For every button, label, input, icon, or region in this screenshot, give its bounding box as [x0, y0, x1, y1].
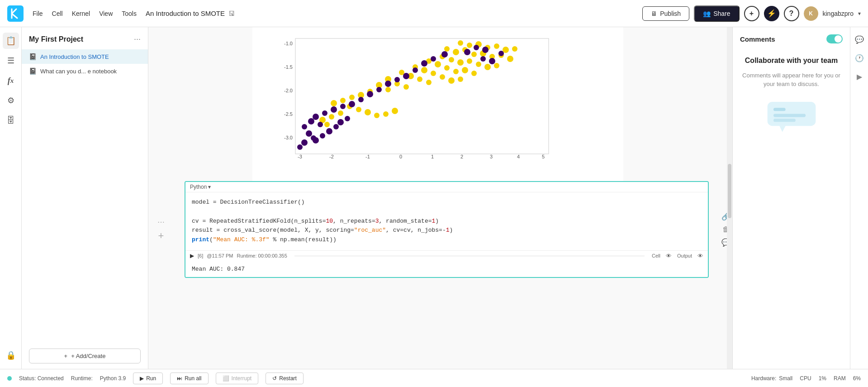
- svg-point-87: [376, 87, 382, 92]
- svg-point-49: [458, 76, 463, 82]
- settings-icon[interactable]: ⚙: [3, 92, 19, 109]
- bottombar: Status: Connected Runtime: Python 3.9 ▶ …: [0, 369, 868, 387]
- sidebar-header: My First Project ···: [22, 27, 148, 48]
- interrupt-button[interactable]: ⬜ Interrupt: [216, 373, 259, 384]
- output-visibility-toggle[interactable]: 👁: [697, 253, 703, 259]
- cpu-value: 1%: [819, 375, 826, 382]
- collaborate-title: Collaborate with your team: [745, 56, 838, 66]
- cell-runtime: Runtime: 00:00:00.355: [237, 253, 287, 258]
- svg-point-75: [474, 45, 479, 50]
- svg-point-104: [326, 128, 332, 134]
- svg-point-23: [444, 46, 450, 52]
- cell-options-button[interactable]: ⋯: [157, 217, 165, 226]
- svg-point-46: [431, 71, 436, 76]
- svg-point-98: [306, 130, 312, 137]
- svg-point-92: [331, 106, 337, 113]
- right-history-icon[interactable]: 🕐: [852, 51, 867, 65]
- save-icon[interactable]: 🖫: [228, 10, 235, 17]
- svg-point-94: [313, 114, 319, 120]
- svg-text:-1.5: -1.5: [284, 64, 293, 70]
- svg-point-93: [322, 110, 327, 116]
- avatar[interactable]: K: [804, 6, 818, 21]
- notebook-file-icon-2: 📓: [29, 67, 37, 75]
- code-line-3: result = cross_val_score(model, X, y, sc…: [192, 226, 702, 235]
- right-chat-icon[interactable]: 💬: [852, 33, 867, 47]
- language-dropdown-arrow[interactable]: ▾: [208, 184, 211, 190]
- publish-button[interactable]: 🖥 Publish: [642, 6, 689, 21]
- comments-toggle[interactable]: [826, 34, 843, 43]
- account-dropdown-arrow[interactable]: ▾: [858, 10, 861, 17]
- svg-point-66: [365, 109, 371, 115]
- menu-view[interactable]: View: [95, 8, 116, 19]
- toggle-knob: [835, 35, 842, 43]
- svg-point-26: [471, 52, 477, 57]
- activity-button[interactable]: ⚡: [764, 6, 779, 21]
- database-icon[interactable]: 🗄: [3, 112, 19, 129]
- svg-point-97: [302, 124, 307, 129]
- svg-point-90: [349, 101, 355, 107]
- svg-text:2: 2: [460, 154, 463, 159]
- comments-panel: Comments Collaborate with your team Comm…: [732, 27, 850, 369]
- notebook-content[interactable]: -1.0 -1.5 -2.0 -2.5 -3.0 -3 -2 -1 0 1 2 …: [148, 27, 727, 369]
- menu-file[interactable]: File: [29, 8, 47, 19]
- svg-point-56: [403, 84, 409, 90]
- svg-point-33: [457, 59, 464, 66]
- formula-icon[interactable]: fx: [3, 72, 19, 89]
- cell-label: Cell: [652, 253, 660, 258]
- cell-link-icon[interactable]: 🔗: [721, 212, 727, 221]
- vertical-scrollbar[interactable]: [727, 27, 732, 369]
- cell-code-content[interactable]: model = DecisionTreeClassifier() cv = Re…: [185, 192, 708, 250]
- kaggle-logo[interactable]: [7, 5, 24, 22]
- cell-comment-icon[interactable]: 💬: [721, 238, 727, 247]
- notebook-icon[interactable]: 📋: [3, 33, 19, 49]
- svg-point-58: [385, 87, 391, 92]
- scrollbar-thumb[interactable]: [728, 164, 731, 218]
- svg-point-47: [440, 74, 445, 80]
- menu-cell[interactable]: Cell: [48, 8, 66, 19]
- restart-icon: ↺: [272, 375, 277, 382]
- svg-text:-2.5: -2.5: [284, 111, 293, 117]
- svg-rect-110: [773, 108, 786, 111]
- share-button[interactable]: 👥 Share: [694, 5, 739, 22]
- cell-visibility-toggle[interactable]: 👁: [666, 253, 672, 259]
- comments-title: Comments: [740, 35, 775, 43]
- run-all-button[interactable]: ⏭ Run all: [170, 373, 208, 384]
- sidebar-item-whatcan[interactable]: 📓 What can you d... e notebook: [22, 64, 148, 78]
- run-button[interactable]: ▶ Run: [133, 373, 163, 384]
- svg-point-61: [349, 95, 355, 100]
- svg-point-20: [494, 43, 499, 49]
- svg-point-83: [413, 67, 418, 73]
- help-button[interactable]: ?: [784, 6, 799, 21]
- outline-icon[interactable]: ☰: [3, 53, 19, 69]
- restart-button[interactable]: ↺ Restart: [266, 373, 304, 384]
- svg-text:-2.0: -2.0: [284, 88, 293, 93]
- svg-marker-109: [779, 126, 785, 132]
- add-cell-below-button[interactable]: +: [158, 229, 164, 241]
- lock-icon[interactable]: 🔒: [3, 347, 19, 363]
- language-selector[interactable]: Python ▾: [190, 184, 211, 190]
- svg-point-89: [358, 97, 364, 102]
- run-indicator[interactable]: ▶: [190, 253, 194, 259]
- run-play-icon: ▶: [140, 375, 144, 382]
- menu-kernel[interactable]: Kernel: [68, 8, 94, 19]
- svg-point-101: [297, 144, 303, 150]
- svg-point-70: [338, 110, 343, 116]
- svg-point-82: [421, 60, 427, 67]
- svg-text:0: 0: [399, 154, 402, 159]
- add-notebook-button[interactable]: +: [744, 6, 759, 21]
- output-label: Output: [677, 253, 692, 258]
- cell-status-divider: [294, 256, 645, 256]
- menu-tools[interactable]: Tools: [118, 8, 140, 19]
- sidebar-more-button[interactable]: ···: [134, 34, 141, 44]
- svg-text:-3.0: -3.0: [284, 135, 293, 140]
- hardware-value: Small: [779, 375, 792, 382]
- cell-delete-icon[interactable]: 🗑: [722, 225, 727, 234]
- svg-point-102: [313, 137, 319, 143]
- sidebar-item-smote[interactable]: 📓 An Introduction to SMOTE: [22, 49, 148, 64]
- code-line-4: print("Mean AUC: %.3f" % np.mean(result)…: [192, 235, 702, 245]
- language-label: Python: [190, 184, 207, 190]
- add-create-button[interactable]: + + Add/Create: [29, 349, 141, 363]
- right-expand-icon[interactable]: ▶: [854, 70, 865, 84]
- svg-rect-111: [773, 114, 806, 117]
- svg-point-105: [333, 124, 339, 129]
